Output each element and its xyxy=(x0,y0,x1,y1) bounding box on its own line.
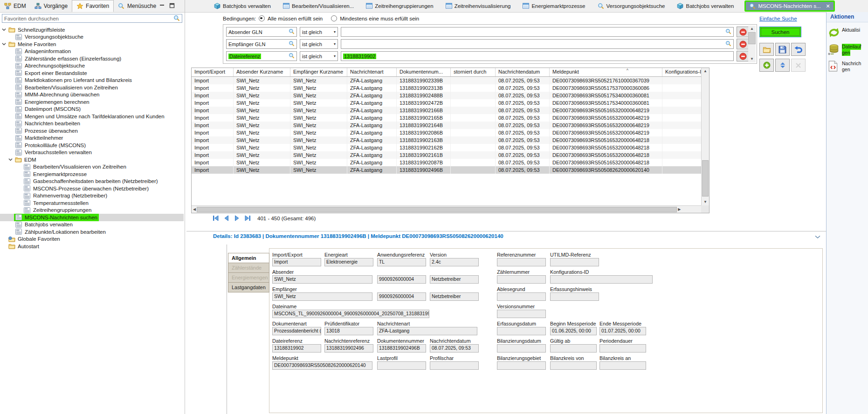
scroll-up-icon[interactable]: ▲ xyxy=(748,26,756,32)
add-condition-button[interactable] xyxy=(759,59,774,72)
action-item[interactable]: Nachrich gen xyxy=(827,56,868,73)
chevron-down-icon[interactable] xyxy=(1,42,7,46)
condition-value-input[interactable] xyxy=(341,27,734,37)
tree-item[interactable]: Meine Favoriten xyxy=(0,41,184,48)
left-panel-tab[interactable]: EDM xyxy=(0,0,30,12)
remove-condition-button[interactable] xyxy=(737,51,750,61)
tree-item[interactable]: Mengen und Umsätze nach Tarifdeklaration… xyxy=(0,113,184,120)
document-tab[interactable]: Zeitreihenvisualisierung xyxy=(446,3,511,9)
condition-field-select[interactable]: Absender GLN xyxy=(226,27,297,37)
tree-item[interactable]: Schnellzugriffsleiste xyxy=(0,26,184,34)
col-header-nachrichtendatum[interactable]: Nachrichtendatum xyxy=(496,68,550,76)
condition-value-input[interactable]: 13188319902 xyxy=(341,51,734,61)
table-row[interactable]: Import SWI_Netz SWI_Netz ZFA-Lastgang 13… xyxy=(192,144,709,151)
save-query-button[interactable] xyxy=(775,43,790,56)
col-header-dokumentennummer[interactable]: Dokumentennum... xyxy=(397,68,451,76)
tree-item[interactable]: Anlageninformation xyxy=(0,48,184,55)
first-page-button[interactable] xyxy=(212,215,219,221)
tree-item[interactable]: Protokollläufe (MSCONS) xyxy=(0,142,184,149)
scroll-up-icon[interactable]: ▲ xyxy=(702,68,709,75)
minimize-icon[interactable] xyxy=(159,3,165,9)
tree-item[interactable]: Marktlokationen pro Lieferant und Bilanz… xyxy=(0,77,184,84)
tree-item[interactable]: Prozesse überwachen xyxy=(0,127,184,135)
radio-all-conditions[interactable] xyxy=(259,15,265,21)
tree-item[interactable]: Bearbeiten/Visualisieren von Zeitreihen xyxy=(0,84,184,91)
details-tab[interactable]: Allgemein xyxy=(228,253,269,263)
col-header-konfiguration[interactable]: Konfigurations-I xyxy=(662,68,702,76)
favorites-search-input[interactable]: Favoriten durchsuchen xyxy=(2,14,182,23)
simple-search-link[interactable]: Einfache Suche xyxy=(759,16,797,21)
table-row[interactable]: Import SWI_Netz SWI_Netz ZFA-Lastgang 13… xyxy=(192,136,709,144)
tree-item[interactable]: Versorgungsobjektsuche xyxy=(0,34,184,41)
tree-item[interactable]: MMM-Abrechnung überwachen xyxy=(0,91,184,99)
document-tab[interactable]: Bearbeiten/Visualisieren... xyxy=(283,3,354,9)
col-header-empfaenger[interactable]: Empfänger Kurzname xyxy=(290,68,347,76)
search-icon[interactable] xyxy=(289,28,295,35)
scroll-left-icon[interactable]: ◀ xyxy=(193,208,196,211)
scrollbar-thumb[interactable] xyxy=(197,207,677,212)
tree-item[interactable]: Nachrichten bearbeiten xyxy=(0,120,184,128)
tree-item[interactable]: Autostart xyxy=(0,243,184,250)
restore-icon[interactable] xyxy=(169,3,175,9)
conditions-scrollbar[interactable]: ▲ ▼ xyxy=(748,26,756,62)
tree-item[interactable]: Temperaturmessstellen xyxy=(0,199,184,207)
action-item[interactable]: Aktualisi xyxy=(827,22,868,39)
delete-all-conditions-button[interactable] xyxy=(791,59,806,72)
table-row[interactable]: Import SWI_Netz SWI_Netz ZFA-Lastgang 13… xyxy=(192,92,709,99)
tree-item[interactable]: Abrechnungsobjektsuche xyxy=(0,62,184,70)
table-row[interactable]: Import SWI_Netz SWI_Netz ZFA-Lastgang 13… xyxy=(192,84,709,92)
search-button[interactable]: Suchen xyxy=(759,27,801,37)
table-row[interactable]: Import SWI_Netz SWI_Netz ZFA-Lastgang 13… xyxy=(192,99,709,107)
scroll-down-icon[interactable]: ▼ xyxy=(748,56,756,62)
tree-item[interactable]: Marktteilnehmer xyxy=(0,135,184,142)
tree-item[interactable]: Rahmenvertrag (Netzbetreiber) xyxy=(0,192,184,200)
col-header-import-export[interactable]: Import/Export xyxy=(192,68,234,76)
table-row[interactable]: Import SWI_Netz SWI_Netz ZFA-Lastgang 13… xyxy=(192,107,709,114)
document-tab[interactable]: Batchjobs verwalten xyxy=(214,3,271,9)
tree-item[interactable]: EDM xyxy=(0,156,184,163)
tree-item[interactable]: Batchjobs verwalten xyxy=(0,221,184,229)
tree-item[interactable]: Bearbeiten/Visualisieren von Zeitreihen xyxy=(0,163,184,171)
condition-field-select[interactable]: Empfänger GLN xyxy=(226,39,297,49)
search-icon[interactable] xyxy=(289,41,295,48)
table-row[interactable]: Import SWI_Netz SWI_Netz ZFA-Lastgang 13… xyxy=(192,166,709,174)
details-tab[interactable]: Zählerstände xyxy=(228,263,269,272)
details-tab[interactable]: Lastgangdaten xyxy=(228,282,269,292)
document-tab[interactable]: MSCONS-Nachrichten s... ✕ xyxy=(746,2,833,10)
table-row[interactable]: Import SWI_Netz SWI_Netz ZFA-Lastgang 13… xyxy=(192,151,709,159)
chevron-down-icon[interactable] xyxy=(7,157,14,162)
table-horizontal-scrollbar[interactable]: ◀ ▶ xyxy=(192,205,701,213)
table-row[interactable]: Import SWI_Netz SWI_Netz ZFA-Lastgang 13… xyxy=(192,77,709,84)
table-row[interactable]: Import SWI_Netz SWI_Netz ZFA-Lastgang 13… xyxy=(192,122,709,129)
collapse-details-icon[interactable] xyxy=(815,234,820,240)
next-page-button[interactable] xyxy=(234,215,241,221)
left-panel-tab[interactable]: Menüsuche xyxy=(114,0,160,12)
left-panel-tab[interactable]: Vorgänge xyxy=(30,0,72,12)
move-condition-button[interactable] xyxy=(775,59,790,72)
scroll-right-icon[interactable]: ▶ xyxy=(678,208,681,211)
scroll-down-icon[interactable]: ▼ xyxy=(702,199,709,205)
close-icon[interactable]: ✕ xyxy=(826,3,830,9)
details-tab[interactable]: Energiemengen xyxy=(228,272,269,282)
col-header-nachrichtenart[interactable]: Nachrichtenart xyxy=(347,68,397,76)
condition-operator-select[interactable]: ist gleich ▾ xyxy=(300,27,338,37)
tree-item[interactable]: Gasbeschaffenheitsdaten bearbeiten (Netz… xyxy=(0,178,184,185)
condition-operator-select[interactable]: ist gleich ▾ xyxy=(300,39,338,49)
table-row[interactable]: Import SWI_Netz SWI_Netz ZFA-Lastgang 13… xyxy=(192,114,709,122)
tree-item[interactable]: MSCONS-Nachrichten suchen xyxy=(0,214,184,221)
tree-item[interactable]: Export einer Bestandsliste xyxy=(0,69,184,77)
tree-item[interactable]: Globale Favoriten xyxy=(0,236,184,243)
document-tab[interactable]: Energiemarktprozesse xyxy=(523,3,585,9)
tree-item[interactable]: Zählerstände erfassen (Einzelerfassung) xyxy=(0,55,184,62)
scrollbar-thumb[interactable] xyxy=(748,32,756,44)
load-query-button[interactable] xyxy=(759,43,774,56)
tree-item[interactable]: Verbrauchsstellen verwalten xyxy=(0,149,184,156)
tree-item[interactable]: Zeitreihengruppierungen xyxy=(0,207,184,214)
previous-page-button[interactable] xyxy=(223,215,230,221)
left-panel-tab[interactable]: Favoriten xyxy=(72,0,114,12)
document-tab[interactable]: Zeitreihengruppierungen xyxy=(366,3,433,9)
scrollbar-thumb[interactable] xyxy=(702,160,709,197)
tree-item[interactable]: Energiemarktprozesse xyxy=(0,170,184,178)
radio-any-condition[interactable] xyxy=(331,15,337,21)
table-vertical-scrollbar[interactable]: ▲ ▼ xyxy=(701,68,709,205)
